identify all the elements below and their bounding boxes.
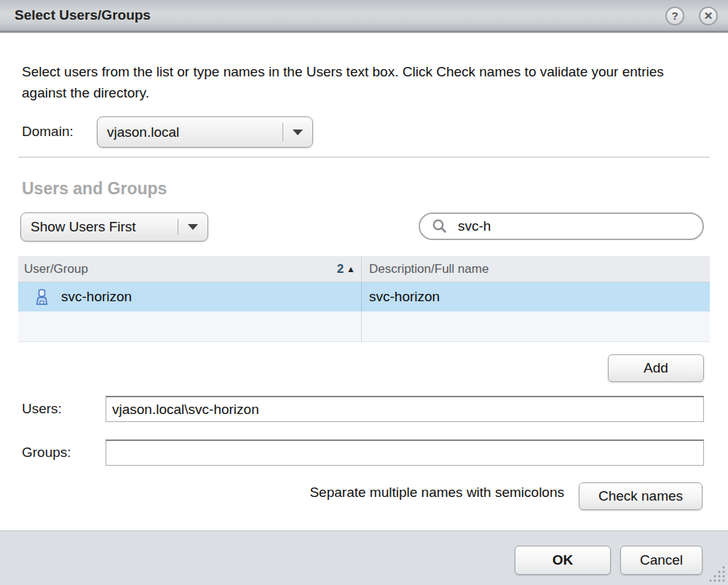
groups-input[interactable] [106, 439, 704, 466]
filter-dropdown-value: Show Users First [21, 219, 178, 235]
search-icon [432, 218, 448, 234]
help-icon[interactable]: ? [665, 7, 684, 25]
semicolons-hint: Separate multiple names with semicolons [309, 485, 564, 501]
cancel-button[interactable]: Cancel [620, 546, 703, 575]
users-groups-table: User/Group 2 ▲ Description/Full name svc… [18, 256, 710, 342]
section-divider [18, 156, 710, 158]
column-header-user-group[interactable]: User/Group 2 ▲ [18, 256, 362, 282]
table-cell-user-group: svc-horizon [18, 282, 362, 311]
intro-text: Select users from the list or type names… [22, 61, 699, 103]
filter-dropdown-arrow-zone[interactable] [178, 224, 207, 230]
sort-count-badge: 2 [337, 262, 344, 276]
domain-label: Domain: [22, 124, 74, 140]
groups-label: Groups: [22, 445, 71, 461]
select-users-groups-dialog: Select Users/Groups ? ✕ Select users fro… [0, 0, 728, 585]
user-group-name: svc-horizon [61, 289, 132, 305]
show-users-first-dropdown[interactable]: Show Users First [20, 212, 208, 242]
resize-grip-icon[interactable] [705, 565, 727, 584]
table-cell-empty [18, 311, 362, 341]
domain-dropdown-value: vjason.local [98, 124, 282, 140]
domain-dropdown[interactable]: vjason.local [97, 116, 313, 148]
column-header-label: User/Group [24, 262, 337, 276]
column-header-label: Description/Full name [369, 262, 488, 276]
table-row-empty [18, 311, 710, 342]
table-cell-description: svc-horizon [362, 282, 710, 311]
chevron-down-icon [293, 130, 303, 135]
users-label: Users: [22, 401, 62, 417]
description-text: svc-horizon [369, 289, 440, 305]
dialog-footer [0, 530, 728, 585]
column-header-description[interactable]: Description/Full name [362, 262, 710, 276]
domain-dropdown-arrow-zone[interactable] [283, 130, 312, 135]
check-names-button[interactable]: Check names [579, 482, 703, 510]
sort-ascending-icon: ▲ [347, 264, 355, 274]
dialog-titlebar: Select Users/Groups ? ✕ [0, 0, 728, 33]
users-groups-heading: Users and Groups [22, 179, 167, 199]
search-input[interactable] [448, 218, 703, 234]
close-icon[interactable]: ✕ [699, 7, 718, 25]
search-box[interactable] [419, 212, 704, 240]
chevron-down-icon [188, 224, 198, 230]
users-input[interactable] [106, 396, 704, 422]
table-cell-empty [362, 311, 710, 341]
dialog-title: Select Users/Groups [0, 7, 151, 23]
ok-button[interactable]: OK [515, 546, 611, 575]
add-button[interactable]: Add [608, 354, 704, 382]
user-icon [34, 289, 50, 306]
table-row[interactable]: svc-horizon svc-horizon [18, 282, 710, 311]
table-header-row: User/Group 2 ▲ Description/Full name [18, 256, 710, 282]
